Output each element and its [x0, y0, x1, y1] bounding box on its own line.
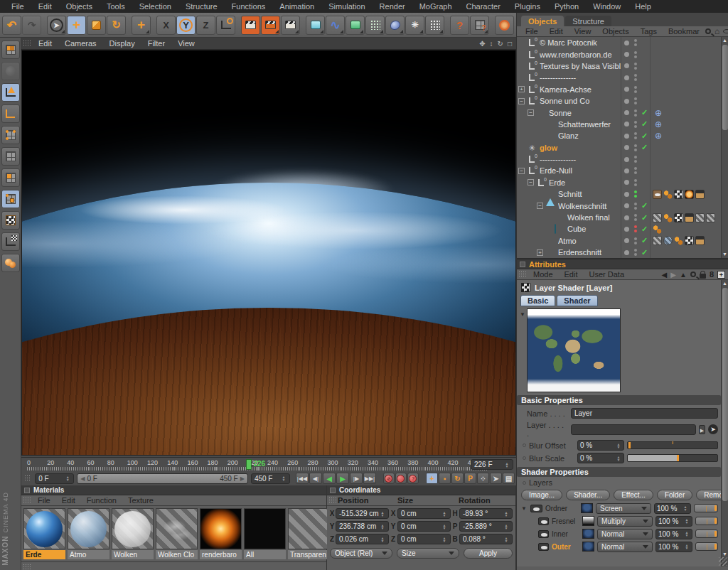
menu-structure[interactable]: Structure — [178, 2, 225, 11]
playhead[interactable]: 226 — [246, 459, 252, 470]
shader-preview-image[interactable] — [527, 308, 621, 392]
range-start-stepper[interactable]: ▲▼ — [65, 475, 70, 481]
collapse-icon[interactable]: − — [518, 98, 525, 104]
layer-dot[interactable] — [621, 72, 631, 83]
blend-mode-dropdown[interactable]: Screen — [596, 503, 651, 514]
animation-dot[interactable] — [523, 481, 526, 485]
animation-dot[interactable] — [523, 456, 526, 460]
timeline-layout-button[interactable]: ▤ — [503, 473, 515, 484]
add-image-button[interactable]: Image... — [521, 490, 562, 500]
collapse-icon[interactable]: − — [528, 179, 534, 185]
tree-row[interactable]: Schattenwerfer✓⊕ — [517, 119, 728, 130]
materials-menu-function[interactable]: Function — [81, 496, 122, 505]
om-menu-view[interactable]: View — [569, 27, 597, 36]
enabled-check-icon[interactable]: ✓ — [639, 131, 650, 141]
panel-pin-icon[interactable] — [330, 488, 336, 493]
layer-opacity-slider[interactable] — [695, 517, 718, 525]
enabled-check-icon[interactable]: ✓ — [639, 143, 650, 152]
layer-dot[interactable] — [621, 154, 631, 165]
layer-picker-icon[interactable]: ➤ — [708, 424, 718, 434]
key-parameter-toggle[interactable]: P — [464, 473, 476, 484]
preview-collapse-icon[interactable]: ▼ — [520, 311, 525, 392]
enabled-check-icon[interactable]: ✓ — [639, 108, 650, 117]
rotation-h-field[interactable]: -89.93 °▲▼ — [459, 508, 513, 519]
layer-link-field[interactable] — [571, 424, 696, 435]
menu-animation[interactable]: Animation — [272, 2, 321, 11]
texture-tag-icon[interactable] — [674, 190, 683, 199]
visibility-dots[interactable] — [631, 225, 639, 232]
next-key-button[interactable]: |▶ — [350, 473, 363, 484]
viewport-menu-display[interactable]: Display — [103, 39, 141, 48]
material-swatch-renderbaron[interactable]: renderbaro — [200, 508, 242, 559]
parent-object-icon[interactable]: ▲ — [680, 271, 687, 279]
blur-offset-field[interactable]: 0 %▲▼ — [577, 440, 624, 451]
visibility-dots[interactable] — [631, 63, 639, 70]
session-icon[interactable]: 8 — [710, 270, 714, 279]
preview-range-slider[interactable]: ◀ 0 F 450 F ▶ — [77, 473, 248, 484]
tab-objects[interactable]: Objects — [521, 16, 564, 26]
size-x-field[interactable]: 0 cm▲▼ — [397, 508, 451, 519]
layer-dot[interactable] — [621, 48, 631, 60]
add-emitter-button[interactable]: ✳ — [405, 16, 424, 35]
shader-layer-row-outer-selected[interactable]: Outer Normal 100 %▲▼ — [517, 540, 728, 553]
scale-tool-button[interactable] — [87, 16, 106, 35]
materials-bottom-grip[interactable] — [23, 564, 31, 570]
current-frame-field[interactable]: 226 F▲▼ — [471, 459, 513, 470]
search-icon[interactable] — [705, 28, 711, 34]
material-swatch-wolken-clouds[interactable]: Wolken Clo — [156, 508, 198, 559]
layer-dot[interactable] — [621, 130, 631, 141]
viewport-menu-edit[interactable]: Edit — [32, 39, 58, 48]
goto-start-button[interactable]: |◀◀ — [296, 473, 309, 484]
shader-layer-row-ordner[interactable]: ▼ Ordner Screen 100 %▲▼ — [517, 502, 728, 515]
phong-tag-icon[interactable] — [653, 225, 662, 234]
blend-mode-dropdown[interactable]: Normal — [597, 529, 653, 539]
tree-row[interactable]: Wolken final✓ — [517, 212, 728, 223]
coordinate-system-button[interactable] — [216, 16, 235, 35]
render-settings-button[interactable] — [281, 16, 300, 35]
position-y-field[interactable]: 236.738 cm▲▼ — [336, 521, 389, 532]
menu-python[interactable]: Python — [547, 2, 586, 11]
add-spline-button[interactable]: ∿ — [326, 16, 345, 35]
attributes-grip[interactable] — [518, 271, 526, 278]
add-deformer-button[interactable] — [425, 16, 444, 35]
shader-layer-row-inner[interactable]: Inner Normal 100 %▲▼ — [517, 527, 728, 540]
expand-icon[interactable]: + — [518, 86, 525, 92]
tree-row-selected[interactable]: ✳glow✓ — [517, 142, 728, 154]
view-rotate-icon[interactable]: ↻ — [498, 40, 503, 48]
size-y-field[interactable]: 0 cm▲▼ — [397, 521, 451, 532]
tree-row[interactable]: −Sonne✓⊕ — [517, 107, 728, 118]
add-effect-button[interactable]: Effect... — [614, 490, 653, 500]
layer-dot[interactable] — [621, 247, 631, 258]
tree-row[interactable]: Atmo✓ — [517, 235, 728, 247]
compositing-tag-icon[interactable] — [653, 190, 662, 199]
key-scale-toggle[interactable]: ▪ — [439, 473, 451, 484]
menu-help[interactable]: Help — [628, 2, 658, 11]
visibility-dots[interactable] — [631, 121, 639, 128]
layer-opacity-slider[interactable] — [695, 529, 718, 538]
visibility-dots[interactable] — [631, 144, 639, 151]
viewport-menu-filter[interactable]: Filter — [141, 39, 171, 48]
make-editable-button[interactable] — [1, 41, 20, 59]
layer-visibility-toggle[interactable] — [538, 543, 549, 551]
visibility-dots[interactable] — [631, 214, 639, 221]
collapse-icon[interactable]: − — [518, 168, 525, 174]
sphere-material-tag-icon[interactable] — [663, 236, 673, 245]
layer-dot[interactable] — [621, 107, 631, 118]
layer-opacity-field[interactable]: 100 %▲▼ — [655, 529, 692, 539]
scroll-up-icon[interactable]: ▲ — [722, 37, 728, 44]
menu-mograph[interactable]: MoGraph — [412, 2, 459, 11]
play-forward-button[interactable]: ▶ — [336, 473, 349, 484]
menu-character[interactable]: Character — [459, 2, 508, 11]
layer-dot[interactable] — [621, 60, 631, 72]
position-z-field[interactable]: 0.026 cm▲▼ — [336, 534, 389, 544]
live-selection-button[interactable]: ➤ — [47, 16, 66, 35]
menu-functions[interactable]: Functions — [225, 2, 273, 11]
layer-dot[interactable] — [621, 142, 631, 154]
material-swatch-atmo[interactable]: Atmo — [68, 508, 109, 559]
visibility-dots[interactable] — [631, 167, 639, 174]
view-maximize-icon[interactable]: □ — [508, 40, 512, 48]
key-position-toggle[interactable]: + — [426, 473, 438, 484]
position-x-field[interactable]: -515.329 cm▲▼ — [336, 508, 389, 519]
new-panel-icon[interactable]: + — [717, 271, 725, 279]
lighting-mode-button[interactable] — [1, 254, 20, 272]
